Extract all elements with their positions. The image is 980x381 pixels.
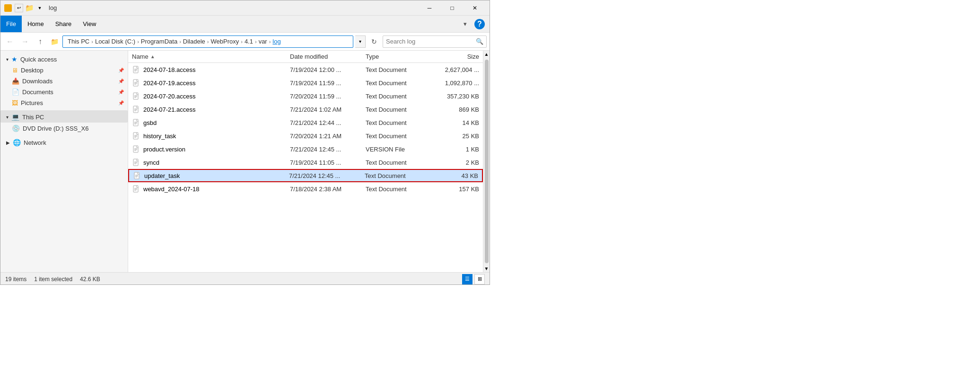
large-icons-view-button[interactable]: ⊞: [474, 274, 485, 284]
sidebar-network[interactable]: ▶ 🌐 Network: [0, 136, 128, 148]
address-bar: ← → ↑ 📁 This PC › Local Disk (C:) › Prog…: [0, 33, 490, 51]
file-icon: [132, 132, 140, 140]
file-type: Text Document: [366, 93, 432, 100]
scrollbar[interactable]: ▲ ▼: [483, 51, 490, 272]
table-row[interactable]: 2024-07-19.access7/19/2024 11:59 ...Text…: [128, 76, 483, 89]
file-type: Text Document: [366, 106, 432, 113]
minimize-button[interactable]: ─: [419, 0, 440, 16]
file-area: Name ▲ Date modified Type Size 2024-07-1…: [128, 51, 483, 272]
up-button[interactable]: ↑: [34, 35, 47, 48]
file-date: 7/19/2024 11:59 ...: [290, 80, 366, 87]
file-date: 7/19/2024 12:00 ...: [290, 66, 366, 73]
file-size: 157 KB: [432, 186, 479, 193]
file-type: Text Document: [365, 172, 431, 179]
scroll-thumb[interactable]: [485, 60, 489, 263]
sidebar-this-pc[interactable]: ▾ 💻 This PC: [0, 110, 128, 123]
this-pc-label: This PC: [22, 114, 44, 121]
sidebar-item-dvd[interactable]: 💿 DVD Drive (D:) SSS_X6: [0, 123, 128, 134]
table-row[interactable]: gsbd7/21/2024 12:44 ...Text Document14 K…: [128, 116, 483, 129]
status-selected-info: 1 item selected: [34, 276, 72, 283]
file-size: 1 KB: [432, 146, 479, 153]
network-chevron-icon: ▶: [6, 140, 10, 145]
table-row[interactable]: history_task7/20/2024 1:21 AMText Docume…: [128, 129, 483, 142]
table-row[interactable]: webavd_2024-07-187/18/2024 2:38 AMText D…: [128, 182, 483, 195]
sidebar-item-pictures[interactable]: 🖼 Pictures 📌: [0, 97, 128, 108]
path-41[interactable]: 4.1: [244, 38, 254, 45]
col-header-type[interactable]: Type: [366, 53, 432, 60]
this-pc-icon: 💻: [11, 113, 19, 121]
scroll-down-button[interactable]: ▼: [484, 266, 489, 271]
desktop-folder-icon: 🖥: [12, 67, 18, 74]
path-sep-2: ›: [137, 39, 139, 44]
maximize-button[interactable]: □: [441, 0, 463, 16]
path-this-pc[interactable]: This PC: [67, 38, 90, 45]
file-icon: [132, 105, 140, 114]
sidebar-quick-access[interactable]: ▾ ★ Quick access: [0, 53, 128, 65]
title-bar-icons: ↩ 📁 ▼: [4, 4, 44, 12]
pin-icon-documents: 📌: [118, 89, 124, 95]
path-webproxy[interactable]: WebProxy: [210, 38, 240, 45]
file-icon: [132, 185, 140, 193]
search-icon: 🔍: [476, 38, 483, 45]
file-icon: [132, 145, 140, 153]
back-button[interactable]: ←: [3, 35, 17, 48]
file-type: Text Document: [366, 159, 432, 166]
address-dropdown[interactable]: ▾: [355, 35, 366, 48]
details-view-button[interactable]: ☰: [462, 274, 472, 284]
close-button[interactable]: ✕: [464, 0, 486, 16]
sidebar-item-desktop[interactable]: 🖥 Desktop 📌: [0, 65, 128, 76]
path-folder-icon: 📁: [51, 38, 59, 45]
table-row[interactable]: syncd7/19/2024 11:05 ...Text Document2 K…: [128, 156, 483, 169]
status-bar: 19 items 1 item selected 42.6 KB ☰ ⊞: [0, 272, 490, 285]
file-size: 869 KB: [432, 106, 479, 113]
table-row[interactable]: product.version7/21/2024 12:45 ...VERSIO…: [128, 142, 483, 156]
menu-home[interactable]: Home: [22, 16, 50, 32]
search-box[interactable]: 🔍: [383, 35, 487, 48]
search-input[interactable]: [386, 38, 474, 45]
sidebar-item-documents[interactable]: 📄 Documents 📌: [0, 87, 128, 97]
help-button[interactable]: ?: [474, 19, 485, 29]
refresh-button[interactable]: ↻: [368, 35, 381, 48]
address-path[interactable]: This PC › Local Disk (C:) › ProgramData …: [62, 35, 353, 48]
path-diladele[interactable]: Diladele: [182, 38, 206, 45]
sidebar-item-downloads[interactable]: 📥 Downloads 📌: [0, 76, 128, 87]
file-icon: [133, 171, 141, 180]
path-log[interactable]: log: [271, 38, 281, 45]
menu-file[interactable]: File: [0, 16, 22, 32]
table-row[interactable]: 2024-07-21.access7/21/2024 1:02 AMText D…: [128, 103, 483, 116]
table-row[interactable]: 2024-07-20.access7/20/2024 11:59 ...Text…: [128, 89, 483, 103]
file-list: 2024-07-18.access7/19/2024 12:00 ...Text…: [128, 63, 483, 272]
forward-button[interactable]: →: [18, 35, 32, 48]
pin-icon-desktop: 📌: [118, 68, 124, 73]
file-name: gsbd: [143, 119, 290, 126]
status-right: ☰ ⊞: [462, 274, 485, 284]
pictures-folder-icon: 🖼: [12, 99, 18, 106]
file-date: 7/21/2024 1:02 AM: [290, 106, 366, 113]
col-header-date[interactable]: Date modified: [290, 53, 366, 60]
table-row[interactable]: updater_task7/21/2024 12:45 ...Text Docu…: [128, 169, 483, 182]
sidebar: ▾ ★ Quick access 🖥 Desktop 📌 📥 Downloads…: [0, 51, 128, 272]
status-left: 19 items 1 item selected 42.6 KB: [5, 276, 100, 283]
table-row[interactable]: 2024-07-18.access7/19/2024 12:00 ...Text…: [128, 63, 483, 76]
column-header-row: Name ▲ Date modified Type Size: [128, 51, 483, 63]
menu-view[interactable]: View: [77, 16, 102, 32]
dropdown-arrow-icon[interactable]: ▼: [35, 4, 44, 12]
sidebar-item-pictures-label: Pictures: [21, 99, 43, 106]
undo-icon[interactable]: ↩: [15, 4, 23, 12]
network-icon: 🌐: [13, 139, 21, 146]
sidebar-item-documents-label: Documents: [22, 89, 53, 96]
folder-icon-tb: 📁: [25, 4, 34, 12]
path-local-disk[interactable]: Local Disk (C:): [94, 38, 136, 45]
path-var[interactable]: var: [258, 38, 268, 45]
col-header-size[interactable]: Size: [432, 53, 479, 60]
col-header-name[interactable]: Name ▲: [132, 53, 290, 60]
file-icon: [132, 118, 140, 127]
menu-share[interactable]: Share: [50, 16, 78, 32]
path-programdata[interactable]: ProgramData: [140, 38, 178, 45]
file-type: Text Document: [366, 133, 432, 140]
scroll-up-button[interactable]: ▲: [484, 52, 489, 57]
expand-ribbon-button[interactable]: ▾: [458, 18, 472, 31]
status-item-count: 19 items: [5, 276, 26, 283]
title-bar-controls: ─ □ ✕: [419, 0, 486, 16]
file-size: 25 KB: [432, 133, 479, 140]
